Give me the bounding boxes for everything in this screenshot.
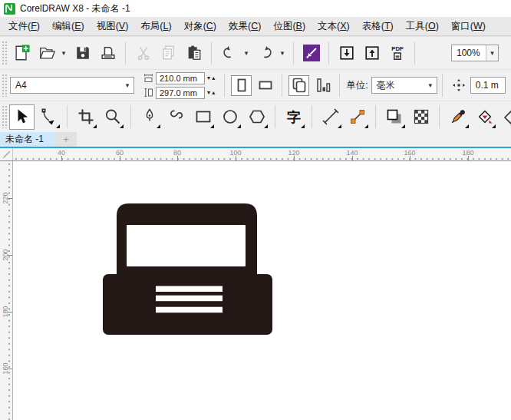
redo-button[interactable] bbox=[255, 43, 275, 64]
print-button[interactable] bbox=[97, 43, 118, 64]
printer-window-shape bbox=[127, 225, 246, 266]
drop-shadow-button[interactable] bbox=[381, 104, 407, 130]
copy-icon bbox=[160, 45, 177, 61]
transparency-icon bbox=[412, 107, 430, 126]
connector-button[interactable] bbox=[345, 104, 370, 130]
zoom-level-combobox[interactable]: 100% ▾ bbox=[451, 45, 499, 61]
property-bar: A4 ▾ 210.0 mm ▾ ▴ 297.0 mm ▾ ▴ bbox=[0, 69, 511, 101]
menu-table[interactable]: 表格(T) bbox=[356, 17, 400, 35]
workspace: 220200180160 bbox=[0, 161, 511, 420]
text-tool-icon: 字 bbox=[285, 107, 303, 126]
title-bar: CorelDRAW X8 - 未命名 -1 bbox=[0, 0, 511, 17]
units-label: 单位: bbox=[346, 79, 368, 92]
vertical-ruler[interactable]: 220200180160 bbox=[0, 161, 13, 420]
current-page-button[interactable] bbox=[312, 75, 333, 96]
landscape-button[interactable] bbox=[255, 75, 275, 96]
width-spinner[interactable]: ▾ ▴ bbox=[207, 74, 215, 81]
undo-button[interactable] bbox=[219, 43, 239, 64]
zoom-level-value: 100% bbox=[452, 48, 486, 58]
svg-text:字: 字 bbox=[287, 110, 301, 125]
units-value: 毫米 bbox=[372, 79, 424, 92]
menu-object[interactable]: 对象(C) bbox=[178, 17, 223, 35]
menu-bitmaps[interactable]: 位图(B) bbox=[267, 17, 312, 35]
paste-button[interactable] bbox=[183, 43, 204, 64]
pick-button[interactable] bbox=[9, 104, 35, 130]
freehand-button[interactable] bbox=[137, 104, 162, 130]
menu-layout[interactable]: 布局(L) bbox=[134, 17, 177, 35]
page-preset-combobox[interactable]: A4 ▾ bbox=[10, 77, 134, 94]
undo-dropdown[interactable]: ▾ bbox=[242, 49, 251, 57]
page-height-icon bbox=[143, 88, 153, 98]
crop-icon bbox=[77, 107, 95, 126]
separator bbox=[130, 105, 131, 128]
redo-dropdown[interactable]: ▾ bbox=[278, 49, 287, 57]
menu-tools[interactable]: 工具(O) bbox=[400, 17, 445, 35]
horizontal-ruler[interactable]: 406080100120140160180 bbox=[13, 148, 511, 160]
toolbar-grip[interactable] bbox=[2, 41, 7, 65]
save-button[interactable] bbox=[72, 43, 93, 64]
export-icon bbox=[364, 45, 381, 61]
nudge-distance-field[interactable]: 0.1 m bbox=[470, 77, 506, 94]
export-button[interactable] bbox=[361, 43, 382, 64]
height-spinner[interactable]: ▾ ▴ bbox=[207, 89, 215, 96]
page-preset-value: A4 bbox=[11, 80, 121, 91]
propbar-grip[interactable] bbox=[2, 74, 7, 97]
zoom-button[interactable] bbox=[100, 104, 125, 130]
all-pages-icon bbox=[290, 76, 308, 94]
text-tool-button[interactable]: 字 bbox=[281, 104, 306, 130]
menu-text[interactable]: 文本(X) bbox=[312, 17, 356, 35]
units-combobox[interactable]: 毫米 ▾ bbox=[371, 77, 437, 94]
search-content-button[interactable] bbox=[301, 43, 321, 64]
separator bbox=[293, 41, 294, 64]
menu-window[interactable]: 窗口(W) bbox=[445, 17, 492, 35]
document-tab-active[interactable]: 未命名 -1 bbox=[0, 132, 55, 147]
transparency-button[interactable] bbox=[408, 104, 434, 130]
standard-toolbar: ▾▾▾PDF 100% ▾ bbox=[0, 36, 511, 69]
dimension-button[interactable] bbox=[318, 104, 343, 130]
ruler-origin-button[interactable] bbox=[0, 148, 13, 160]
all-pages-button[interactable] bbox=[288, 75, 309, 96]
portrait-button[interactable] bbox=[231, 75, 252, 96]
bspline-button[interactable] bbox=[163, 104, 189, 130]
zoom-dropdown-arrow-icon[interactable]: ▾ bbox=[486, 45, 498, 61]
menu-file[interactable]: 文件(F) bbox=[2, 17, 46, 35]
units-dropdown-arrow-icon[interactable]: ▾ bbox=[424, 78, 437, 93]
hruler-tick bbox=[236, 156, 236, 160]
flyout-indicator-icon bbox=[338, 124, 341, 128]
rectangle-icon bbox=[194, 107, 213, 126]
copy-button[interactable] bbox=[158, 43, 179, 64]
crop-button[interactable] bbox=[73, 104, 98, 130]
ellipse-button[interactable] bbox=[217, 104, 242, 130]
open-dropdown[interactable]: ▾ bbox=[59, 49, 68, 57]
document-tab-label: 未命名 -1 bbox=[5, 133, 44, 146]
separator bbox=[125, 41, 126, 64]
drawing-canvas[interactable] bbox=[13, 161, 511, 420]
polygon-icon bbox=[248, 107, 266, 126]
toolbox-tools: 字 bbox=[8, 104, 511, 130]
polygon-button[interactable] bbox=[244, 104, 269, 130]
printer-artwork[interactable] bbox=[100, 201, 276, 337]
eyedropper-button[interactable] bbox=[445, 104, 470, 130]
smart-fill-button[interactable] bbox=[499, 104, 511, 130]
cut-button[interactable] bbox=[133, 43, 153, 64]
import-button[interactable] bbox=[336, 43, 357, 64]
new-document-button[interactable] bbox=[11, 43, 31, 64]
preset-dropdown-arrow-icon[interactable]: ▾ bbox=[121, 78, 134, 93]
print-icon bbox=[100, 45, 117, 61]
open-button[interactable] bbox=[36, 43, 57, 64]
page-width-field[interactable]: 210.0 mm bbox=[156, 72, 205, 84]
hruler-tick bbox=[120, 156, 120, 160]
page-height-field[interactable]: 297.0 mm bbox=[156, 87, 205, 99]
menu-effects[interactable]: 效果(C) bbox=[223, 17, 267, 35]
rectangle-button[interactable] bbox=[190, 104, 216, 130]
plus-icon: + bbox=[63, 134, 69, 145]
menu-view[interactable]: 视图(V) bbox=[91, 17, 135, 35]
flyout-indicator-icon bbox=[237, 124, 241, 128]
new-document-tab-button[interactable]: + bbox=[55, 132, 77, 147]
flyout-indicator-icon bbox=[264, 124, 268, 128]
toolbox-grip[interactable] bbox=[2, 105, 7, 128]
menu-edit[interactable]: 编辑(E) bbox=[46, 17, 91, 35]
shape-button[interactable] bbox=[36, 104, 61, 130]
publish-pdf-button[interactable]: PDF bbox=[387, 43, 407, 64]
interactive-fill-button[interactable] bbox=[472, 104, 497, 130]
